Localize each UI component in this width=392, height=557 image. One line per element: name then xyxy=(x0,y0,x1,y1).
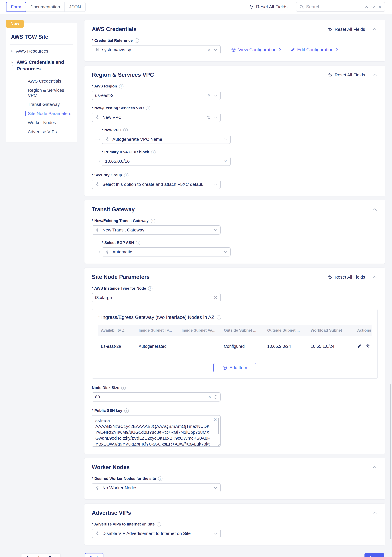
section-title: Region & Services VPC xyxy=(92,72,328,78)
info-icon[interactable] xyxy=(151,150,156,154)
search-prev-icon[interactable] xyxy=(365,6,368,8)
clear-icon[interactable]: ✕ xyxy=(214,418,217,422)
credential-reference-select[interactable]: system/aws-sy ✕ xyxy=(92,45,221,54)
chevron-down-icon[interactable] xyxy=(224,138,227,140)
sidebar-item-aws-credentials[interactable]: AWS Credentials xyxy=(25,77,73,86)
tab-form[interactable]: Form xyxy=(6,2,26,12)
new-vpc-select[interactable]: Autogenerate VPC Name xyxy=(102,135,231,144)
table-row: us-east-2a Autogenerated Configured 10.6… xyxy=(98,336,372,357)
services-vpc-select[interactable]: New VPC xyxy=(92,113,221,122)
section-reset-button[interactable]: Reset All Fields xyxy=(328,27,365,32)
tab-documentation[interactable]: Documentation xyxy=(26,2,64,11)
sidebar-tree: AWS Resources ► AWS Credentials and Reso… xyxy=(10,45,73,136)
collapse-chevron-icon[interactable] xyxy=(372,73,378,77)
info-icon[interactable] xyxy=(121,386,126,390)
reset-all-fields-button[interactable]: Reset All Fields xyxy=(249,4,288,9)
delete-row-icon[interactable] xyxy=(366,344,370,349)
footer-bar: Cancel and Exit Back Apply xyxy=(0,549,392,557)
chevron-down-icon[interactable] xyxy=(214,49,217,51)
table-header-row: Availability Z... Inside Subnet Ty... In… xyxy=(98,325,372,336)
info-icon[interactable] xyxy=(148,286,152,291)
collapse-chevron-icon[interactable] xyxy=(372,511,378,515)
clear-icon[interactable]: ✕ xyxy=(224,159,227,164)
pencil-icon xyxy=(290,48,295,52)
transit-gateway-select[interactable]: New Transit Gateway xyxy=(92,225,221,235)
az-nodes-table: Availability Z... Inside Subnet Ty... In… xyxy=(98,325,372,357)
textarea-scrollbar[interactable] xyxy=(218,418,219,434)
info-icon[interactable] xyxy=(158,476,162,481)
collapse-chevron-icon[interactable] xyxy=(372,207,378,212)
edit-row-icon[interactable] xyxy=(357,344,361,349)
sidebar-title: AWS TGW Site xyxy=(10,32,73,45)
cancel-and-exit-button[interactable]: Cancel and Exit xyxy=(21,553,60,557)
info-icon[interactable] xyxy=(136,241,140,245)
aws-region-select[interactable]: us-east-2 ✕ xyxy=(92,91,221,100)
resize-handle-icon[interactable] xyxy=(217,443,220,446)
chevron-down-icon[interactable] xyxy=(214,229,217,231)
clear-icon[interactable]: ✕ xyxy=(207,93,211,98)
section-title: Worker Nodes xyxy=(92,464,372,470)
chevron-down-icon[interactable] xyxy=(214,116,217,119)
info-icon[interactable] xyxy=(157,522,161,526)
worker-nodes-select[interactable]: No Worker Nodes xyxy=(92,483,221,492)
branch-icon xyxy=(95,228,100,232)
sidebar-item-aws-resources[interactable]: AWS Resources xyxy=(11,49,73,54)
ssh-key-value: ssh-rsa AAAAB3NzaC1yc2EAAAABJQAAAQB/nAmO… xyxy=(95,418,210,447)
sidebar-item-worker-nodes[interactable]: Worker Nodes xyxy=(25,118,73,127)
info-icon[interactable] xyxy=(124,409,129,413)
bullet-icon xyxy=(11,50,13,52)
chevron-down-icon[interactable] xyxy=(214,183,217,186)
search-next-icon[interactable] xyxy=(371,6,375,8)
public-ssh-key-textarea[interactable]: ssh-rsa AAAAB3NzaC1yc2EAAAABJQAAAQB/nAmO… xyxy=(92,415,221,447)
input-value: t3.xlarge xyxy=(95,295,211,300)
view-configuration-link[interactable]: View Configuration xyxy=(231,47,281,52)
primary-ipv4-cidr-input[interactable]: 10.65.0.0/16 ✕ xyxy=(102,157,231,166)
search-close-icon[interactable]: ✕ xyxy=(378,5,382,9)
clear-icon[interactable]: ✕ xyxy=(207,48,211,52)
info-icon[interactable] xyxy=(119,84,123,89)
sidebar-item-site-node-parameters[interactable]: Site Node Parameters xyxy=(25,109,73,118)
clear-icon[interactable]: ✕ xyxy=(208,395,211,399)
bgp-asn-select[interactable]: Automatic xyxy=(102,247,231,256)
chevron-down-icon[interactable] xyxy=(214,487,217,489)
selected-value: Autogenerate VPC Name xyxy=(112,137,221,142)
section-title: Advertise VIPs xyxy=(92,510,372,516)
field-label: * AWS Instance Type for Node xyxy=(92,286,146,291)
info-icon[interactable] xyxy=(146,106,150,110)
collapse-chevron-icon[interactable] xyxy=(372,27,378,32)
sidebar-item-advertise-vips[interactable]: Advertise VIPs xyxy=(25,127,73,136)
aws-instance-type-input[interactable]: t3.xlarge ✕ xyxy=(92,293,221,302)
topbar: Form Documentation JSON Reset All Fields… xyxy=(0,0,392,14)
chevron-down-icon[interactable] xyxy=(214,532,217,535)
edit-configuration-link[interactable]: Edit Configuration xyxy=(290,47,338,52)
security-group-select[interactable]: Select this option to create and attach … xyxy=(92,180,221,189)
sidebar-item-transit-gateway[interactable]: Transit Gateway xyxy=(25,100,73,109)
node-disk-size-input[interactable]: 80 ✕ xyxy=(92,392,221,401)
advertise-vips-select[interactable]: Disable VIP Advertisement to Internet on… xyxy=(92,529,221,538)
page-scrollbar[interactable] xyxy=(390,384,392,539)
info-icon[interactable] xyxy=(135,38,139,43)
tab-json[interactable]: JSON xyxy=(64,2,85,11)
clear-icon[interactable]: ✕ xyxy=(214,295,217,300)
section-reset-button[interactable]: Reset All Fields xyxy=(328,275,365,280)
chevron-down-icon[interactable] xyxy=(214,94,217,97)
info-icon[interactable] xyxy=(151,219,155,223)
branch-icon xyxy=(105,250,110,254)
info-icon[interactable] xyxy=(123,128,128,132)
number-stepper[interactable] xyxy=(214,395,217,399)
collapse-chevron-icon[interactable] xyxy=(372,465,378,469)
sidebar-item-region-services-vpc[interactable]: Region & Services VPC xyxy=(25,86,73,100)
sidebar-item-aws-credentials-and-resources[interactable]: ► AWS Credentials and Resources xyxy=(11,59,73,72)
info-icon[interactable] xyxy=(217,315,221,319)
info-icon[interactable] xyxy=(124,173,128,177)
collapse-chevron-icon[interactable] xyxy=(372,275,378,279)
add-item-button[interactable]: Add Item xyxy=(213,363,256,372)
search-input[interactable] xyxy=(306,4,360,9)
field-label: * Select BGP ASN xyxy=(102,240,134,245)
chevron-down-icon[interactable] xyxy=(224,251,227,253)
apply-button[interactable]: Apply xyxy=(364,553,384,557)
section-reset-button[interactable]: Reset All Fields xyxy=(328,73,365,77)
section-title: AWS Credentials xyxy=(92,26,328,33)
back-button[interactable]: Back xyxy=(85,553,104,557)
undo-icon[interactable] xyxy=(207,115,211,119)
